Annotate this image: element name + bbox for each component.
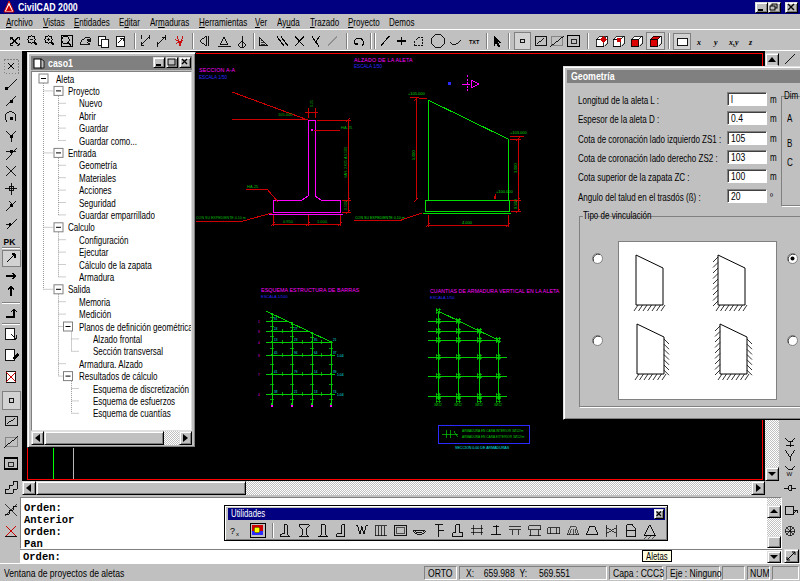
svg-text:ESCALA 1/50: ESCALA 1/50 xyxy=(199,75,228,80)
svg-text:79: 79 xyxy=(294,370,298,374)
svg-text:x: x xyxy=(236,531,239,537)
svg-text:0.25: 0.25 xyxy=(310,100,314,107)
svg-text:24: 24 xyxy=(274,327,278,331)
svg-text:HA-25: HA-25 xyxy=(247,184,259,189)
svg-text:21: 21 xyxy=(294,390,298,394)
svg-text:CUANTIAS DE ARMADURA VERTICAL: CUANTIAS DE ARMADURA VERTICAL EN LA ALET… xyxy=(430,288,560,294)
svg-text:ESCALA 1/50: ESCALA 1/50 xyxy=(354,64,383,69)
svg-text:ARMADURA EN CARA INTERIOR 3Ø12: ARMADURA EN CARA INTERIOR 3Ø12/m xyxy=(462,429,524,433)
svg-text:0.950: 0.950 xyxy=(283,219,294,224)
svg-text:1.000: 1.000 xyxy=(317,219,328,224)
svg-text:1.04: 1.04 xyxy=(337,373,344,377)
svg-text:1.04: 1.04 xyxy=(337,393,344,397)
svg-text:ESQUEMA ESTRUCTURA DE BARRAS: ESQUEMA ESTRUCTURA DE BARRAS xyxy=(261,287,360,293)
svg-text:5.000: 5.000 xyxy=(412,150,416,160)
svg-text:13: 13 xyxy=(314,390,318,394)
svg-text:27: 27 xyxy=(294,327,298,331)
svg-text:21: 21 xyxy=(333,338,337,342)
svg-text:CON SU EXPEDIENTE 0.10 m: CON SU EXPEDIENTE 0.10 m xyxy=(196,216,246,220)
svg-text:HA-25: HA-25 xyxy=(341,125,353,130)
svg-text:3Ø12: 3Ø12 xyxy=(434,403,442,407)
svg-text:91: 91 xyxy=(274,317,278,321)
svg-text:0.500: 0.500 xyxy=(344,201,348,210)
svg-text:3.000: 3.000 xyxy=(514,163,518,173)
svg-text:38: 38 xyxy=(274,390,278,394)
svg-text:45: 45 xyxy=(274,351,278,355)
svg-text:23: 23 xyxy=(294,338,298,342)
svg-text:ESCALA 1/100: ESCALA 1/100 xyxy=(261,294,288,299)
svg-text:105.000: 105.000 xyxy=(278,112,293,117)
svg-text:4: 4 xyxy=(258,341,260,345)
svg-text:CON SU EXPEDIENTE 0.10 m: CON SU EXPEDIENTE 0.10 m xyxy=(355,216,405,220)
svg-text:1.04: 1.04 xyxy=(337,354,344,358)
svg-text:W: W xyxy=(787,471,793,477)
svg-text:3Ø12: 3Ø12 xyxy=(494,403,502,407)
svg-text:+105.000: +105.000 xyxy=(408,91,426,96)
svg-text:1: 1 xyxy=(258,320,260,324)
svg-text:SECCION 0.00 DE ARMADURAS: SECCION 0.00 DE ARMADURAS xyxy=(455,446,510,450)
svg-text:96: 96 xyxy=(294,351,298,355)
svg-text:13: 13 xyxy=(274,338,278,342)
svg-text:64: 64 xyxy=(314,351,318,355)
svg-text:3Ø12: 3Ø12 xyxy=(475,403,483,407)
svg-text:9: 9 xyxy=(258,354,260,358)
svg-text:PK: PK xyxy=(4,237,17,247)
svg-text:SECCION A-A: SECCION A-A xyxy=(199,67,236,73)
svg-text:39: 39 xyxy=(333,370,337,374)
svg-text:3Ø12: 3Ø12 xyxy=(454,403,462,407)
svg-text:+103.000: +103.000 xyxy=(510,130,528,135)
svg-text:0.500: 0.500 xyxy=(514,199,518,209)
svg-text:4.000: 4.000 xyxy=(462,220,473,225)
svg-text:ALZADO DE LA ALETA: ALZADO DE LA ALETA xyxy=(354,57,413,63)
svg-text:VAR. 2.625 A 3.500: VAR. 2.625 A 3.500 xyxy=(344,147,348,178)
svg-text:37: 37 xyxy=(333,351,337,355)
svg-text:74: 74 xyxy=(333,390,337,394)
svg-text:9: 9 xyxy=(258,330,260,334)
svg-text:+100.000: +100.000 xyxy=(496,189,514,194)
svg-text:4: 4 xyxy=(258,393,260,397)
svg-text:41: 41 xyxy=(274,370,278,374)
svg-text:14: 14 xyxy=(314,370,318,374)
svg-text:ARMADURA EN CARA EXTERIOR 3Ø12: ARMADURA EN CARA EXTERIOR 3Ø12/m xyxy=(462,435,525,439)
svg-text:85: 85 xyxy=(314,338,318,342)
svg-text:?: ? xyxy=(230,526,235,536)
svg-text:7: 7 xyxy=(258,373,260,377)
svg-text:ESCALA 1/50: ESCALA 1/50 xyxy=(430,295,455,300)
